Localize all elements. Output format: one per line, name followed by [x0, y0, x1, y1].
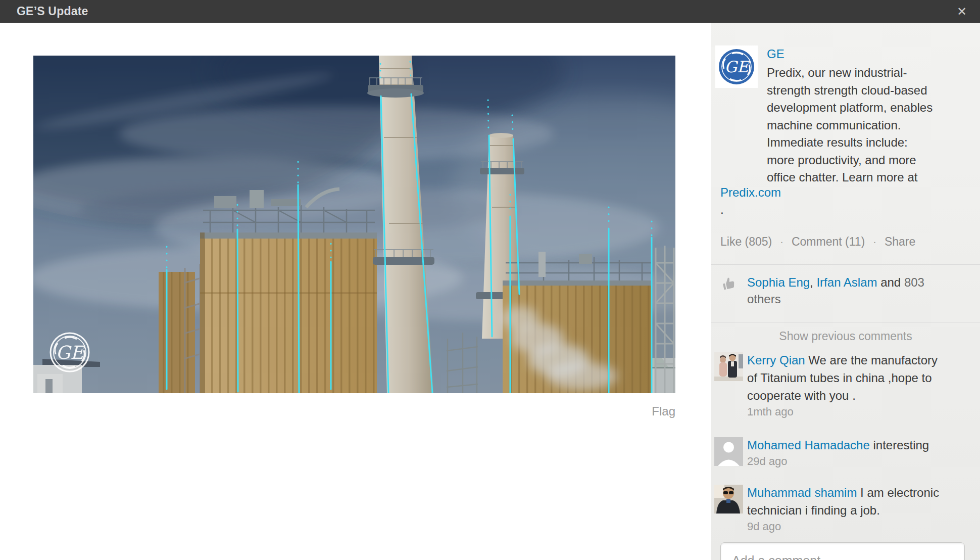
author-link[interactable]: GE	[767, 47, 785, 61]
comment-text: Muhammad shamim I am electronic technici…	[747, 484, 949, 519]
svg-text:GE: GE	[56, 342, 85, 363]
commenter-link[interactable]: Kerry Qian	[747, 353, 805, 367]
close-icon[interactable]: ✕	[954, 0, 970, 23]
comment-timestamp: 9d ago	[747, 520, 980, 533]
action-separator: ·	[873, 236, 876, 248]
power-plant-photo-illustration: GE	[33, 56, 675, 393]
commenter-avatar-placeholder[interactable]	[714, 437, 743, 466]
flag-link[interactable]: Flag	[652, 404, 675, 418]
thumbs-up-icon	[721, 275, 737, 291]
divider	[711, 322, 980, 322]
ge-logo-icon: GE	[715, 45, 758, 88]
flag-row: Flag	[33, 404, 675, 418]
svg-text:GE: GE	[724, 58, 750, 76]
like-button[interactable]: Like (805)	[720, 235, 772, 249]
post-detail-sidebar: GE GE Predix, our new industrial-strengt…	[711, 23, 980, 560]
show-previous-comments-link[interactable]: Show previous comments	[711, 330, 980, 343]
predix-link[interactable]: Predix.com	[720, 185, 781, 200]
liker-link[interactable]: Irfan Aslam	[816, 275, 877, 289]
separator: ,	[810, 275, 816, 289]
post-content: GE Predix, our new industrial-strength s…	[767, 47, 965, 186]
comment-text: Kerry Qian We are the manufactory of Tit…	[747, 351, 949, 404]
and-text: and	[877, 275, 904, 289]
commenter-link[interactable]: Mohamed Hamadache	[747, 438, 870, 452]
post-actions: Like (805) · Comment (11) · Share	[720, 235, 915, 249]
comment-timestamp: 1mth ago	[747, 405, 980, 418]
modal-header: GE’S Update ✕	[0, 0, 980, 23]
comment-item: Mohamed Hamadache interesting 29d ago	[711, 436, 980, 468]
comment-timestamp: 29d ago	[747, 455, 980, 468]
action-separator: ·	[780, 236, 783, 248]
post-body-text: Predix, our new industrial-strength stre…	[767, 64, 965, 186]
commenter-avatar[interactable]	[714, 352, 743, 381]
liked-by-line: Sophia Eng, Irfan Aslam and 803 others	[747, 274, 949, 307]
post-trailing-period: .	[720, 203, 724, 217]
post-media-panel: GE Flag	[0, 23, 711, 560]
comment-button[interactable]: Comment (11)	[792, 235, 865, 249]
page-title: GE’S Update	[17, 0, 88, 23]
comment-text: Mohamed Hamadache interesting	[747, 436, 949, 454]
liker-link[interactable]: Sophia Eng	[747, 275, 810, 289]
comment-item: Muhammad shamim I am electronic technici…	[711, 484, 980, 533]
comment-item: Kerry Qian We are the manufactory of Tit…	[711, 351, 980, 418]
comment-body: interesting	[870, 438, 929, 452]
commenter-avatar[interactable]	[714, 485, 743, 514]
commenter-link[interactable]: Muhammad shamim	[747, 486, 857, 499]
author-avatar[interactable]: GE	[715, 45, 758, 88]
post-photo: GE	[33, 56, 675, 393]
add-comment-box	[720, 542, 965, 560]
add-comment-input[interactable]	[720, 542, 965, 560]
divider	[711, 264, 980, 265]
share-button[interactable]: Share	[885, 235, 915, 249]
